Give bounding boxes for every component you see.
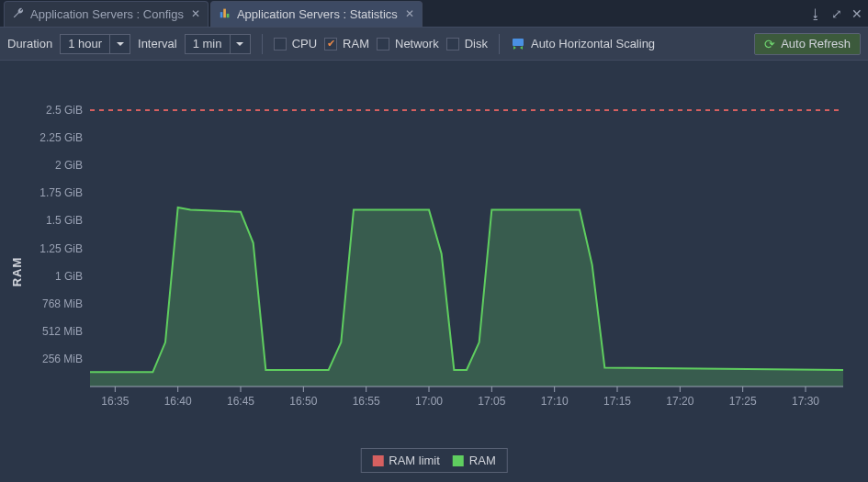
refresh-label: Auto Refresh <box>781 37 851 50</box>
svg-text:17:10: 17:10 <box>541 395 569 408</box>
tabstrip-actions: ⭳ ⤢ ✕ <box>809 0 862 28</box>
close-panel-icon[interactable]: ✕ <box>851 6 862 21</box>
tab-label: Application Servers : Configs <box>30 7 184 21</box>
duration-select[interactable]: 1 hour <box>60 34 130 54</box>
svg-rect-0 <box>220 12 223 17</box>
svg-text:1.5 GiB: 1.5 GiB <box>46 214 83 227</box>
checkbox-icon <box>274 38 287 50</box>
tab-statistics[interactable]: Application Servers : Statistics ✕ <box>210 1 423 27</box>
network-checkbox[interactable]: Network <box>377 37 439 50</box>
svg-text:256 MiB: 256 MiB <box>42 353 83 365</box>
y-axis-label: RAM <box>10 256 24 286</box>
ram-chart[interactable]: 256 MiB512 MiB768 MiB1 GiB1.25 GiB1.5 Gi… <box>26 70 857 437</box>
svg-text:16:40: 16:40 <box>164 395 192 408</box>
chevron-down-icon <box>230 34 250 54</box>
svg-text:17:15: 17:15 <box>603 395 631 408</box>
close-icon[interactable]: ✕ <box>191 7 200 20</box>
ram-checkbox[interactable]: RAM <box>324 37 369 50</box>
legend-item-ram-limit: RAM limit <box>372 454 440 467</box>
wrench-icon <box>12 6 25 22</box>
svg-text:16:35: 16:35 <box>101 395 129 408</box>
svg-rect-2 <box>227 13 230 17</box>
svg-text:2.5 GiB: 2.5 GiB <box>46 104 83 117</box>
expand-icon[interactable]: ⤢ <box>831 6 842 21</box>
chart-legend: RAM limit RAM <box>360 448 508 473</box>
cpu-checkbox[interactable]: CPU <box>274 37 317 50</box>
svg-text:2.25 GiB: 2.25 GiB <box>39 131 83 144</box>
tab-configs[interactable]: Application Servers : Configs ✕ <box>4 1 209 27</box>
legend-swatch-icon <box>372 455 383 466</box>
tab-strip: Application Servers : Configs ✕ Applicat… <box>0 0 868 28</box>
svg-text:17:30: 17:30 <box>792 395 819 408</box>
interval-value: 1 min <box>186 37 230 50</box>
checkbox-icon <box>377 38 389 50</box>
svg-text:2 GiB: 2 GiB <box>55 159 83 172</box>
legend-label: RAM limit <box>389 454 440 467</box>
checkbox-label: RAM <box>343 37 369 50</box>
duration-value: 1 hour <box>61 37 109 50</box>
svg-text:16:45: 16:45 <box>227 395 254 408</box>
svg-text:1.25 GiB: 1.25 GiB <box>39 242 83 255</box>
svg-rect-3 <box>513 39 524 46</box>
toolbar-divider <box>262 34 263 54</box>
duration-label: Duration <box>7 37 52 50</box>
auto-refresh-button[interactable]: ⟳ Auto Refresh <box>754 33 861 55</box>
refresh-icon: ⟳ <box>764 37 775 51</box>
checkbox-label: CPU <box>292 37 317 50</box>
chevron-down-icon <box>109 34 130 54</box>
auto-horizontal-scaling-button[interactable]: Auto Horizontal Scaling <box>511 37 655 51</box>
scaling-icon <box>511 37 525 51</box>
svg-text:768 MiB: 768 MiB <box>42 297 83 310</box>
chart-area: RAM 256 MiB512 MiB768 MiB1 GiB1.25 GiB1.… <box>0 61 868 482</box>
svg-text:17:05: 17:05 <box>478 395 505 408</box>
svg-text:1.75 GiB: 1.75 GiB <box>39 186 83 199</box>
svg-text:17:00: 17:00 <box>415 395 443 408</box>
svg-text:17:25: 17:25 <box>729 395 757 408</box>
interval-select[interactable]: 1 min <box>185 34 251 54</box>
legend-swatch-icon <box>453 455 464 466</box>
ahs-label: Auto Horizontal Scaling <box>531 37 655 50</box>
tab-label: Application Servers : Statistics <box>237 7 398 21</box>
disk-checkbox[interactable]: Disk <box>446 37 488 50</box>
legend-item-ram: RAM <box>453 454 496 467</box>
checkbox-label: Network <box>395 37 439 50</box>
checkbox-label: Disk <box>465 37 488 50</box>
svg-rect-1 <box>223 8 226 17</box>
svg-text:17:20: 17:20 <box>666 395 693 408</box>
toolbar: Duration 1 hour Interval 1 min CPU RAM N… <box>0 28 868 61</box>
checkbox-icon <box>324 38 337 50</box>
bar-chart-icon <box>219 6 231 22</box>
legend-label: RAM <box>469 454 496 467</box>
svg-text:512 MiB: 512 MiB <box>42 325 83 338</box>
close-icon[interactable]: ✕ <box>405 7 414 20</box>
download-icon[interactable]: ⭳ <box>809 6 822 21</box>
checkbox-icon <box>446 38 459 50</box>
svg-text:16:55: 16:55 <box>353 395 380 408</box>
svg-text:1 GiB: 1 GiB <box>55 270 83 283</box>
interval-label: Interval <box>138 37 177 50</box>
toolbar-divider <box>499 34 500 54</box>
svg-text:16:50: 16:50 <box>289 395 317 408</box>
